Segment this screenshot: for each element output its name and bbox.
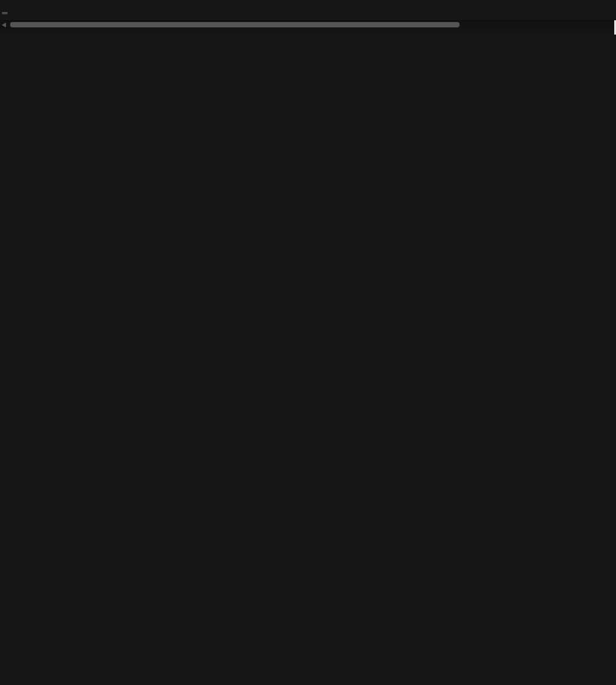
futures-quote-screen (0, 0, 616, 685)
table-header (0, 0, 616, 21)
scroll-left-arrow-icon[interactable] (2, 23, 6, 27)
header-cell-initial (0, 4, 31, 17)
horizontal-scrollbar[interactable] (0, 21, 616, 29)
scrollbar-thumb[interactable] (10, 22, 459, 27)
scrollbar-gap (0, 29, 616, 31)
header-initial-button[interactable] (2, 12, 8, 14)
